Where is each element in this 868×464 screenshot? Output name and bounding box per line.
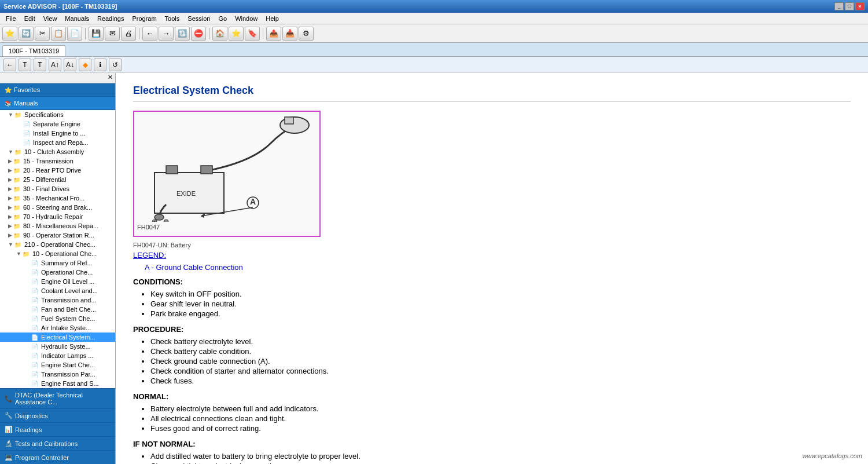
tree-item[interactable]: 📄Operational Che... [0, 268, 115, 277]
bottom-tab-tests[interactable]: 🔬 Tests and Calibrations [0, 436, 115, 450]
menu-program[interactable]: Program [128, 14, 160, 23]
tree-item[interactable]: ▶📁90 - Operator Station R... [0, 231, 115, 240]
toolbar-btn-13[interactable]: 🏠 [212, 27, 227, 41]
tree-item[interactable]: 📄Fuel System Che... [0, 314, 115, 323]
window-controls[interactable]: _ □ × [834, 2, 865, 10]
tree-item[interactable]: 📄Transmission Par... [0, 370, 115, 379]
tree-item[interactable]: 📄Electrical System... [0, 333, 115, 342]
sec-btn-refresh[interactable]: ↺ [109, 59, 122, 71]
tree-item[interactable]: 📄Summary of Ref... [0, 258, 115, 268]
toolbar-btn-10[interactable]: → [159, 27, 174, 41]
panel-close-button[interactable]: ✕ [106, 74, 115, 82]
tree-item[interactable]: 📄Engine Fast and S... [0, 379, 115, 388]
legend-heading[interactable]: LEGEND: [133, 251, 851, 260]
tree-item[interactable]: 📄Indicator Lamps ... [0, 351, 115, 360]
toolbar-btn-14[interactable]: ⭐ [229, 27, 244, 41]
toolbar-sep-2 [139, 28, 139, 39]
menu-manuals[interactable]: Manuals [61, 14, 93, 23]
close-button[interactable]: × [855, 2, 865, 10]
bottom-tab-dtac[interactable]: 📞 DTAC (Dealer Technical Assistance C... [0, 388, 115, 408]
maximize-button[interactable]: □ [845, 2, 854, 10]
sec-btn-diamond[interactable]: ◆ [79, 59, 91, 71]
tree-item[interactable]: 📄Coolant Level and... [0, 286, 115, 295]
if-not-normal-item-1: Clean and tighten electrical connections… [150, 462, 851, 464]
tree-item[interactable]: 📄Air Intake Syste... [0, 323, 115, 333]
tests-icon: 🔬 [5, 440, 13, 447]
toolbar-btn-5[interactable]: 📄 [67, 27, 82, 41]
menu-edit[interactable]: Edit [21, 14, 39, 23]
tree-item[interactable]: 📄Transmission and... [0, 295, 115, 305]
toolbar-btn-16[interactable]: 📤 [266, 27, 281, 41]
toolbar-btn-11[interactable]: 🔃 [175, 27, 190, 41]
minimize-button[interactable]: _ [834, 2, 844, 10]
toolbar-btn-12[interactable]: ⛔ [191, 27, 206, 41]
tree-item[interactable]: ▼📁210 - Operational Chec... [0, 240, 115, 249]
tree-expand-icon: ▼ [8, 149, 13, 155]
tree-item[interactable]: 📄Install Engine to ... [0, 129, 115, 138]
page-title: Electrical System Check [133, 85, 851, 102]
tree-item[interactable]: ▶📁15 - Transmission [0, 156, 115, 166]
toolbar-btn-3[interactable]: ✂ [35, 27, 50, 41]
tree-item[interactable]: 📄Hydraulic Syste... [0, 342, 115, 351]
menu-file[interactable]: File [2, 14, 20, 23]
tree-item[interactable]: 📄Fan and Belt Che... [0, 305, 115, 314]
toolbar-btn-15[interactable]: 🔖 [245, 27, 260, 41]
menu-readings[interactable]: Readings [94, 14, 127, 23]
tree-node-icon: 📄 [31, 306, 38, 313]
panel-close-bar: ✕ [0, 73, 115, 83]
tree-item-label: Fuel System Che... [41, 315, 95, 322]
toolbar-btn-17[interactable]: 📥 [282, 27, 297, 41]
tree-item[interactable]: ▶📁25 - Differential [0, 175, 115, 184]
panel-tabs: ⭐ Favorites 📚 Manuals [0, 83, 115, 110]
tree-item-label: Operational Che... [41, 269, 93, 276]
condition-item-0: Key switch in OFF position. [150, 290, 851, 298]
tree-item[interactable]: 📄Separate Engine [0, 119, 115, 129]
sec-btn-text2[interactable]: T [34, 59, 46, 71]
menu-tools[interactable]: Tools [161, 14, 183, 23]
tree-item-label: Engine Start Che... [41, 361, 95, 368]
bottom-tab-readings[interactable]: 📊 Readings [0, 422, 115, 436]
tree-item[interactable]: ▶📁60 - Steering and Brak... [0, 203, 115, 212]
menu-window[interactable]: Window [231, 14, 261, 23]
bottom-tab-diagnostics[interactable]: 🔧 Diagnostics [0, 408, 115, 422]
tree-item[interactable]: 📄Inspect and Repa... [0, 138, 115, 147]
toolbar-btn-2[interactable]: 🔄 [19, 27, 34, 41]
sec-btn-az-up[interactable]: A↑ [49, 59, 61, 71]
sec-btn-az-down[interactable]: A↓ [64, 59, 76, 71]
menu-session[interactable]: Session [184, 14, 214, 23]
tree-item[interactable]: ▶📁30 - Final Drives [0, 184, 115, 193]
panel-tab-manuals[interactable]: 📚 Manuals [0, 97, 115, 110]
tests-label: Tests and Calibrations [15, 440, 78, 447]
toolbar-btn-6[interactable]: 💾 [89, 27, 104, 41]
tree-item[interactable]: ▶📁20 - Rear PTO Drive [0, 166, 115, 175]
conditions-heading: CONDITIONS: [133, 277, 851, 286]
toolbar-btn-1[interactable]: ⭐ [2, 27, 17, 41]
panel-tab-favorites-label: Favorites [14, 86, 40, 93]
tree-item[interactable]: ▶📁80 - Miscellaneous Repa... [0, 221, 115, 231]
tree-item-label: 70 - Hydraulic Repair [23, 213, 83, 220]
tree-item[interactable]: ▼📁10 - Operational Che... [0, 249, 115, 258]
sec-btn-text1[interactable]: T [19, 59, 31, 71]
toolbar-btn-9[interactable]: ← [142, 27, 157, 41]
tree-item[interactable]: ▶📁35 - Mechanical Fro... [0, 193, 115, 203]
tree-item[interactable]: ▶📁70 - Hydraulic Repair [0, 212, 115, 221]
tree-item[interactable]: 📄Engine Oil Level ... [0, 277, 115, 286]
menu-go[interactable]: Go [215, 14, 230, 23]
sec-btn-info[interactable]: ℹ [94, 59, 106, 71]
toolbar-btn-7[interactable]: ✉ [105, 27, 120, 41]
toolbar-btn-8[interactable]: 🖨 [121, 27, 136, 41]
procedure-item-2: Check ground cable connection (A). [150, 357, 851, 366]
toolbar-btn-18[interactable]: ⚙ [299, 27, 314, 41]
tree-item[interactable]: ▼📁Specifications [0, 110, 115, 119]
toolbar-btn-4[interactable]: 📋 [51, 27, 66, 41]
tree-item[interactable]: 📄Engine Start Che... [0, 360, 115, 370]
menu-view[interactable]: View [40, 14, 61, 23]
bottom-tab-program[interactable]: 💻 Program Controller [0, 450, 115, 464]
tree-node-icon: 📁 [14, 112, 21, 118]
tree-item[interactable]: ▼📁10 - Clutch Assembly [0, 147, 115, 156]
tree-expand-icon: ▶ [8, 177, 12, 182]
panel-tab-favorites[interactable]: ⭐ Favorites [0, 83, 115, 97]
document-tab[interactable]: 100F - TM103319 [2, 45, 65, 56]
sec-btn-back[interactable]: ← [3, 59, 16, 71]
menu-help[interactable]: Help [262, 14, 282, 23]
